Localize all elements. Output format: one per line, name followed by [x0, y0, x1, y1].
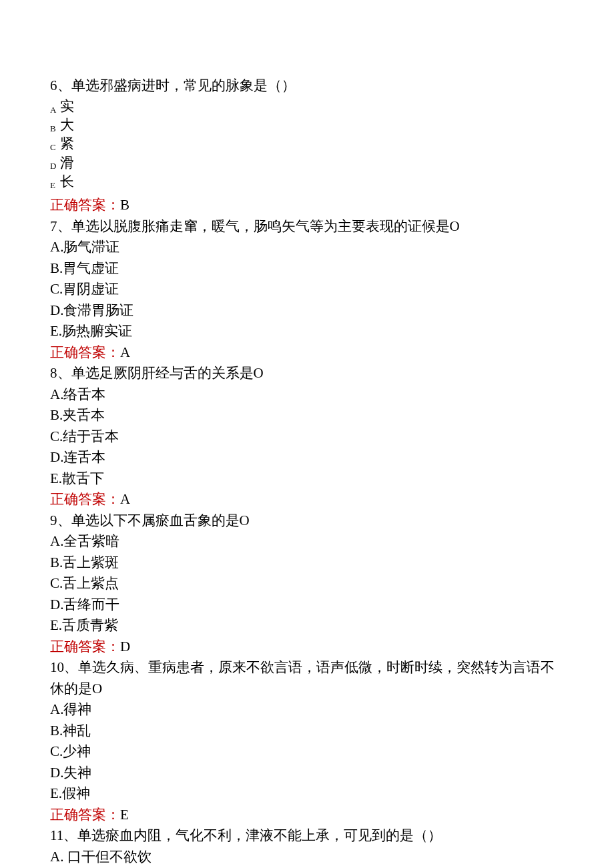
answer-value: E	[120, 807, 129, 823]
q6-letter-a: A	[50, 101, 56, 119]
q8-opt-c: C.结于舌本	[50, 426, 564, 448]
q6-letter-b: B	[50, 119, 56, 138]
q6-letter-e: E	[50, 176, 56, 195]
q10-opt-e: E.假神	[50, 783, 564, 805]
q9-answer: 正确答案：D	[50, 636, 564, 658]
q9-opt-e: E.舌质青紫	[50, 615, 564, 636]
q9-opt-c: C.舌上紫点	[50, 573, 564, 594]
q6-letter-d: D	[50, 157, 56, 175]
document-page: 6、单选邪盛病进时，常见的脉象是（） A B C D E 实 大 紧 滑 长 正…	[0, 0, 614, 868]
q7-stem: 7、单选以脱腹胀痛走窜，暖气，肠鸣矢气等为主要表现的证候是O	[50, 216, 564, 238]
q10-opt-d: D.失神	[50, 763, 564, 784]
q6-opt-e: 长	[60, 172, 74, 191]
q10-opt-c: C.少神	[50, 741, 564, 763]
q8-stem: 8、单选足厥阴肝经与舌的关系是O	[50, 363, 564, 384]
answer-label: 正确答案：	[50, 197, 120, 213]
q6-stem: 6、单选邪盛病进时，常见的脉象是（）	[50, 75, 564, 97]
q11-stem: 11、单选瘀血内阻，气化不利，津液不能上承，可见到的是（）	[50, 825, 564, 847]
q6-opts-column: 实 大 紧 滑 长	[60, 97, 74, 191]
q7-opt-c: C.胃阴虚证	[50, 279, 564, 300]
answer-label: 正确答案：	[50, 807, 120, 823]
q8-opt-e: E.散舌下	[50, 468, 564, 490]
answer-label: 正确答案：	[50, 344, 120, 360]
q6-options-block: A B C D E 实 大 紧 滑 长	[50, 97, 564, 195]
answer-value: B	[120, 197, 129, 213]
q9-opt-b: B.舌上紫斑	[50, 552, 564, 574]
answer-value: A	[120, 491, 130, 507]
q11-opt-a: A. 口干但不欲饮	[50, 847, 564, 868]
q6-letter-c: C	[50, 138, 56, 157]
answer-label: 正确答案：	[50, 491, 120, 507]
q6-letters-column: A B C D E	[50, 97, 56, 195]
q6-opt-c: 紧	[60, 134, 74, 153]
q7-opt-d: D.食滞胃肠证	[50, 300, 564, 322]
q8-opt-b: B.夹舌本	[50, 405, 564, 426]
q7-opt-b: B.胃气虚证	[50, 258, 564, 280]
q7-opt-e: E.肠热腑实证	[50, 321, 564, 342]
answer-value: D	[120, 638, 130, 655]
answer-label: 正确答案：	[50, 638, 120, 655]
q8-answer: 正确答案：A	[50, 489, 564, 510]
q10-stem: 10、单选久病、重病患者，原来不欲言语，语声低微，时断时续，突然转为言语不休的是…	[50, 657, 564, 699]
q7-answer: 正确答案：A	[50, 342, 564, 364]
q10-opt-a: A.得神	[50, 699, 564, 721]
q9-opt-a: A.全舌紫暗	[50, 531, 564, 552]
answer-value: A	[120, 344, 130, 360]
q10-answer: 正确答案：E	[50, 805, 564, 826]
q10-opt-b: B.神乱	[50, 721, 564, 742]
q7-opt-a: A.肠气滞证	[50, 237, 564, 258]
q6-opt-b: 大	[60, 115, 74, 134]
q9-opt-d: D.舌绛而干	[50, 594, 564, 616]
q8-opt-a: A.络舌本	[50, 384, 564, 406]
q8-opt-d: D.连舌本	[50, 447, 564, 468]
q6-opt-d: 滑	[60, 153, 74, 172]
q6-answer: 正确答案：B	[50, 195, 564, 216]
q6-opt-a: 实	[60, 97, 74, 115]
q9-stem: 9、单选以下不属瘀血舌象的是O	[50, 510, 564, 532]
